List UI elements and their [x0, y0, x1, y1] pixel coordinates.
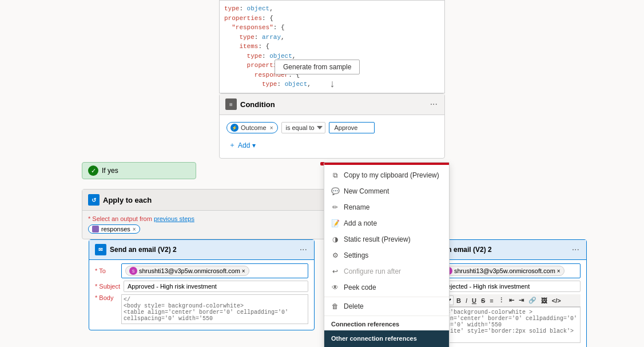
static-icon: ◑: [331, 235, 339, 243]
outdent-button[interactable]: ⇤: [507, 296, 516, 305]
apply-icon: ↺: [88, 194, 100, 206]
email-header-left: ✉ Send an email (V2) 2 ···: [89, 240, 314, 260]
body-label-left: * Body: [95, 294, 118, 301]
menu-label-peek: Peek code: [344, 283, 376, 291]
italic-button[interactable]: I: [464, 297, 469, 305]
peek-icon: 👁: [331, 283, 339, 291]
delete-icon: 🗑: [331, 302, 339, 310]
recipient-close-left[interactable]: ×: [242, 268, 245, 274]
email-title-left: Send an email (V2) 2: [110, 246, 177, 254]
email-right-ellipsis-button[interactable]: ···: [571, 245, 581, 255]
link-button[interactable]: 🔗: [527, 296, 538, 305]
menu-item-settings[interactable]: ⚙ Settings: [324, 247, 449, 263]
image-button[interactable]: 🖼: [539, 297, 549, 305]
menu-label-delete: Delete: [344, 302, 364, 310]
context-menu-red-bar: [324, 163, 449, 165]
menu-item-copy[interactable]: ⧉ Copy to my clipboard (Preview): [324, 167, 449, 183]
plus-icon: ＋: [229, 140, 236, 150]
body-field-left: * Body </ <body style= background-colorw…: [95, 294, 308, 324]
recipient-email-right: shrushti13@v3p5w.onmicrosoft.com: [454, 267, 555, 274]
menu-label-comment: New Comment: [344, 187, 389, 195]
menu-label-configure: Configure run after: [344, 267, 401, 275]
previous-steps-link[interactable]: previous steps: [154, 215, 194, 222]
menu-separator-2: [324, 316, 449, 316]
condition-header: ≡ Condition ···: [220, 94, 444, 115]
menu-item-comment[interactable]: 💬 New Comment: [324, 183, 449, 199]
responses-tag: responses ×: [88, 224, 140, 234]
email-body-left: * To S shrushti13@v3p5w.onmicrosoft.com …: [89, 260, 314, 330]
responses-tag-close[interactable]: ×: [133, 226, 136, 232]
strikethrough-button[interactable]: S: [479, 297, 487, 305]
responses-label: responses: [101, 226, 130, 232]
recipient-avatar-left: S: [129, 267, 137, 275]
to-value-left[interactable]: S shrushti13@v3p5w.onmicrosoft.com ×: [121, 263, 308, 278]
bold-button[interactable]: B: [455, 297, 463, 305]
apply-title: Apply to each: [103, 196, 152, 204]
outcome-tag-label: Outcome: [241, 124, 267, 131]
if-yes-label: If yes: [102, 167, 118, 175]
recipient-email-left: shrushti13@v3p5w.onmicrosoft.com: [139, 267, 240, 274]
if-yes-block: ✓ If yes: [82, 162, 196, 179]
menu-item-delete[interactable]: 🗑 Delete: [324, 298, 449, 314]
condition-block: ≡ Condition ··· ⚡ Outcome × is equal to …: [219, 93, 445, 159]
condition-row: ⚡ Outcome × is equal to Approve: [226, 122, 438, 133]
menu-label-note: Add a note: [344, 219, 377, 227]
menu-item-peek[interactable]: 👁 Peek code: [324, 279, 449, 295]
outcome-tag[interactable]: ⚡ Outcome ×: [226, 122, 278, 133]
subject-value-right[interactable]: Rejected - High risk investment: [439, 281, 581, 292]
to-label-left: * To: [95, 267, 118, 274]
recipient-tag-left: S shrushti13@v3p5w.onmicrosoft.com ×: [125, 266, 249, 276]
number-list-button[interactable]: ⋮: [496, 296, 506, 305]
email-block-left: ✉ Send an email (V2) 2 ··· * To S shrush…: [89, 239, 315, 330]
condition-icon: ≡: [225, 98, 237, 110]
recipient-close-right[interactable]: ×: [557, 268, 560, 274]
subject-field-left: * Subject Approved - High risk investmen…: [95, 281, 308, 292]
menu-item-static[interactable]: ◑ Static result (Preview): [324, 231, 449, 247]
responses-icon: [92, 226, 99, 232]
context-menu: ⧉ Copy to my clipboard (Preview) 💬 New C…: [324, 162, 450, 347]
outcome-tag-icon: ⚡: [230, 124, 238, 132]
add-label: Add: [238, 141, 250, 149]
to-field-left: * To S shrushti13@v3p5w.onmicrosoft.com …: [95, 263, 308, 278]
menu-label-settings: Settings: [344, 251, 368, 259]
condition-body: ⚡ Outcome × is equal to Approve ＋ Add ▾: [220, 115, 444, 158]
menu-item-configure: ↩ Configure run after: [324, 263, 449, 279]
menu-item-rename[interactable]: ✏ Rename: [324, 199, 449, 215]
canvas: type: object, properties: { "responses":…: [0, 0, 644, 347]
rename-icon: ✏: [331, 203, 339, 211]
menu-item-note[interactable]: 📝 Add a note: [324, 215, 449, 231]
subject-value-left[interactable]: Approved - High risk investment: [124, 281, 308, 292]
condition-comparator-select[interactable]: is equal to: [281, 122, 325, 133]
condition-title: Condition: [240, 100, 275, 109]
connection-references-label: Connection references: [324, 317, 449, 329]
connection-section: Other connection references ✉ Office 365…: [324, 330, 449, 347]
subject-label-left: * Subject: [95, 283, 120, 290]
copy-icon: ⧉: [331, 171, 339, 179]
condition-add-button[interactable]: ＋ Add ▾: [226, 139, 258, 151]
check-icon: ✓: [88, 165, 98, 176]
menu-separator: [324, 297, 449, 297]
email-left-ellipsis-button[interactable]: ···: [299, 245, 308, 255]
menu-label-rename: Rename: [344, 203, 369, 211]
body-area-left[interactable]: </ <body style= background-colorwhite> <…: [121, 294, 308, 324]
condition-value-input[interactable]: Approve: [329, 122, 375, 133]
indent-button[interactable]: ⇥: [517, 296, 526, 305]
comment-icon: 💬: [331, 187, 339, 195]
menu-label-copy: Copy to my clipboard (Preview): [344, 171, 439, 179]
condition-ellipsis-button[interactable]: ···: [429, 99, 439, 109]
code-button[interactable]: </>: [550, 297, 563, 305]
bullet-list-button[interactable]: ≡: [488, 297, 495, 305]
outcome-tag-close[interactable]: ×: [270, 125, 273, 131]
chevron-down-icon: ▾: [252, 141, 256, 149]
configure-icon: ↩: [331, 267, 339, 275]
note-icon: 📝: [331, 219, 339, 227]
to-value-right[interactable]: S shrushti13@v3p5w.onmicrosoft.com ×: [436, 263, 581, 278]
menu-label-static: Static result (Preview): [344, 235, 411, 243]
generate-from-sample-button[interactable]: Generate from sample: [275, 60, 360, 74]
underline-button[interactable]: U: [470, 297, 478, 305]
other-connections-title: Other connection references: [331, 335, 442, 342]
settings-icon: ⚙: [331, 251, 339, 259]
recipient-tag-right: S shrushti13@v3p5w.onmicrosoft.com ×: [440, 266, 565, 276]
email-icon-left: ✉: [95, 244, 106, 255]
arrow-down-icon: ↓: [329, 78, 336, 90]
